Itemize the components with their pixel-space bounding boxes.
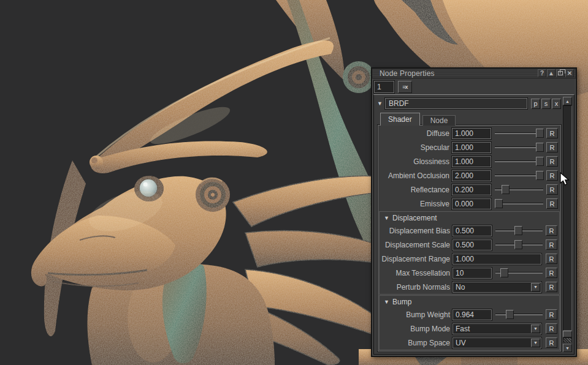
- reset-button[interactable]: R: [546, 198, 558, 209]
- value-field[interactable]: 0.000: [452, 198, 491, 209]
- reset-button[interactable]: R: [546, 128, 558, 138]
- slider[interactable]: [495, 268, 543, 278]
- property-row-bump-space: Bump SpaceUV▼R: [380, 336, 559, 350]
- value-field[interactable]: 1.000: [452, 254, 541, 265]
- property-label: Displacement Bias: [380, 227, 452, 235]
- slider[interactable]: [495, 225, 543, 236]
- help-icon[interactable]: ?: [538, 69, 546, 77]
- reset-button[interactable]: R: [546, 282, 557, 292]
- property-label: Reflectance: [380, 186, 452, 194]
- scrollbar-hatch[interactable]: [563, 337, 572, 344]
- group-displacement: ▼DisplacementDisplacement Bias0.500RDisp…: [379, 211, 560, 295]
- pin-icon[interactable]: ≡x: [398, 81, 412, 93]
- value-field[interactable]: 10: [452, 268, 492, 279]
- dropdown[interactable]: Fast▼: [452, 323, 541, 334]
- property-row-displacement-range: Displacement Range1.000R: [380, 252, 559, 266]
- close-icon[interactable]: ✕: [565, 69, 574, 77]
- window-titlebar[interactable]: Node Properties ?▲✕: [372, 69, 576, 78]
- reset-button[interactable]: R: [546, 337, 557, 348]
- slider-thumb[interactable]: [514, 226, 522, 235]
- group-bump: ▼BumpBump Weight0.964RBump ModeFast▼RBum…: [379, 295, 560, 350]
- slider[interactable]: [495, 239, 543, 250]
- value-field[interactable]: 0.200: [452, 184, 491, 195]
- slider-thumb[interactable]: [495, 199, 503, 208]
- node-properties-window: Node Properties ?▲✕ ≡x ▼ BRDF psx Shader…: [371, 67, 577, 357]
- tab-bar: ShaderNode: [380, 113, 456, 126]
- property-row-displacement-scale: Displacement Scale0.500R: [380, 238, 559, 252]
- reset-button[interactable]: R: [546, 225, 557, 236]
- reset-button[interactable]: R: [546, 156, 558, 167]
- property-row-glossiness: Glossiness1.000R: [379, 154, 560, 168]
- chevron-down-icon[interactable]: ▼: [531, 283, 540, 292]
- value-field[interactable]: 1.000: [452, 156, 491, 167]
- reset-button[interactable]: R: [546, 309, 557, 320]
- property-label: Bump Mode: [380, 325, 452, 333]
- slider-thumb[interactable]: [536, 143, 544, 152]
- p-button[interactable]: p: [531, 99, 540, 109]
- slider-thumb[interactable]: [536, 171, 544, 180]
- restore-glyph: [558, 71, 563, 75]
- property-label: Bump Weight: [380, 310, 452, 319]
- slider[interactable]: [494, 198, 544, 209]
- slider-track[interactable]: [495, 314, 543, 315]
- scroll-down-icon[interactable]: ▼: [563, 344, 572, 352]
- reset-button[interactable]: R: [546, 239, 557, 250]
- property-label: Specular: [380, 143, 452, 152]
- window-toolbar: ≡x: [372, 79, 576, 94]
- slider[interactable]: [494, 156, 544, 167]
- chevron-down-icon[interactable]: ▼: [531, 339, 540, 347]
- section-title: Displacement: [392, 214, 437, 222]
- restore-icon[interactable]: [556, 69, 565, 77]
- section-header-displacement: ▼Displacement: [380, 212, 559, 224]
- slider[interactable]: [494, 170, 544, 181]
- scrollbar-track[interactable]: [563, 105, 572, 331]
- value-field[interactable]: 1.000: [452, 142, 491, 153]
- slider-thumb[interactable]: [514, 240, 522, 249]
- chevron-down-icon[interactable]: ▼: [383, 215, 392, 221]
- slider-thumb[interactable]: [500, 268, 508, 277]
- value-field[interactable]: 0.964: [452, 309, 492, 320]
- collapse-icon[interactable]: ▲: [547, 69, 556, 77]
- property-label: Displacement Range: [380, 255, 452, 263]
- slider-thumb[interactable]: [536, 157, 544, 166]
- reset-button[interactable]: R: [546, 142, 558, 152]
- reset-button[interactable]: R: [546, 254, 557, 264]
- selection-count-field[interactable]: [374, 81, 394, 93]
- reset-button[interactable]: R: [546, 323, 557, 334]
- reset-button[interactable]: R: [546, 184, 558, 195]
- property-label: Bump Space: [380, 339, 452, 347]
- reset-button[interactable]: R: [546, 170, 558, 181]
- scrollbar-thumb[interactable]: [563, 331, 572, 337]
- value-field[interactable]: 0.500: [452, 225, 492, 236]
- node-name-field[interactable]: BRDF: [385, 98, 527, 109]
- reset-button[interactable]: R: [546, 268, 557, 278]
- value-field[interactable]: 0.500: [452, 239, 492, 250]
- tab-shader[interactable]: Shader: [380, 113, 420, 126]
- viewport: Node Properties ?▲✕ ≡x ▼ BRDF psx Shader…: [0, 0, 588, 365]
- chevron-down-icon[interactable]: ▼: [531, 325, 540, 333]
- tab-node[interactable]: Node: [422, 115, 456, 126]
- slider[interactable]: [494, 128, 544, 138]
- chevron-down-icon[interactable]: ▼: [383, 299, 392, 305]
- property-row-bump-mode: Bump ModeFast▼R: [380, 322, 559, 336]
- scrollbar[interactable]: ▲ ▼: [563, 97, 572, 352]
- mouse-cursor-icon: [560, 172, 571, 187]
- dropdown[interactable]: UV▼: [452, 337, 541, 348]
- slider-thumb[interactable]: [502, 185, 510, 194]
- s-button[interactable]: s: [541, 99, 551, 109]
- value-field[interactable]: 1.000: [452, 128, 491, 139]
- chevron-down-icon[interactable]: ▼: [376, 100, 385, 107]
- x-button[interactable]: x: [552, 99, 561, 109]
- slider[interactable]: [495, 309, 543, 320]
- slider[interactable]: [494, 142, 544, 152]
- properties-content: ▼ BRDF psx ShaderNode Diffuse1.000RSpecu…: [373, 94, 575, 355]
- slider-thumb[interactable]: [536, 129, 544, 138]
- slider-thumb[interactable]: [506, 310, 514, 319]
- section-header-bump: ▼Bump: [380, 296, 559, 307]
- slider[interactable]: [494, 184, 544, 195]
- dropdown[interactable]: No▼: [452, 282, 541, 293]
- titlebar-buttons: ?▲✕: [538, 69, 574, 77]
- property-label: Perturb Normals: [380, 283, 452, 292]
- scroll-up-icon[interactable]: ▲: [563, 97, 572, 105]
- value-field[interactable]: 2.000: [452, 170, 491, 181]
